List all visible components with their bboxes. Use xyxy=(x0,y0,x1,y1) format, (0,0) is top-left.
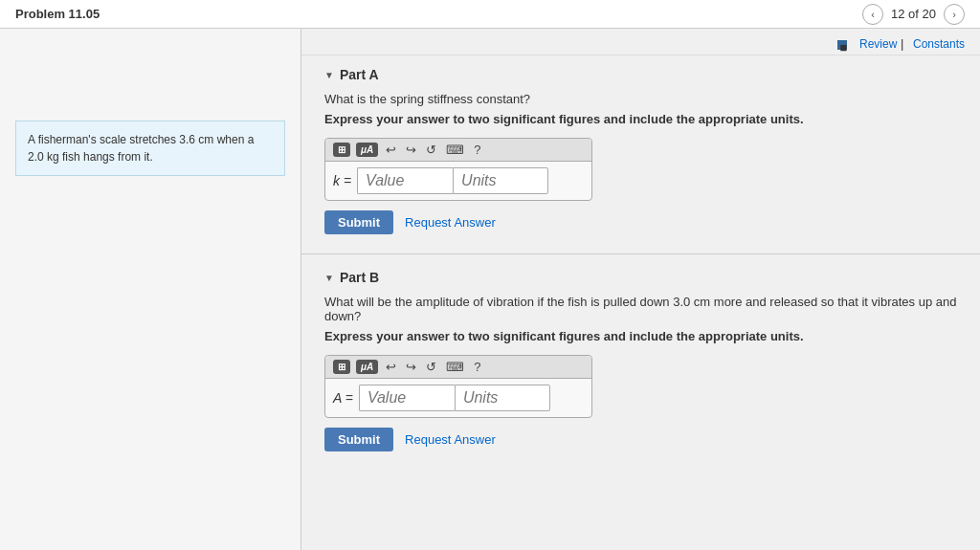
part-b-widget: ⊞ μA ↩ ↪ ↺ ⌨ ? A = xyxy=(324,355,592,418)
part-a-question: What is the spring stiffness constant? xyxy=(324,92,957,106)
nav-count: 12 of 20 xyxy=(891,7,936,21)
part-b-header: ▼ Part B xyxy=(324,270,957,285)
part-a-keyboard-btn[interactable]: ⌨ xyxy=(444,143,466,157)
part-b-toolbar-btn2[interactable]: μA xyxy=(356,360,378,374)
part-a-equation-label: k = xyxy=(333,173,351,188)
part-a-toolbar-btn2[interactable]: μA xyxy=(356,143,378,157)
part-b-equation-label: A = xyxy=(333,390,353,406)
part-b-redo-btn[interactable]: ↪ xyxy=(404,360,418,374)
part-b-collapse-arrow[interactable]: ▼ xyxy=(324,273,334,283)
part-b-help-btn[interactable]: ? xyxy=(472,360,482,374)
problem-title: Problem 11.05 xyxy=(15,7,100,21)
part-a-value-input[interactable] xyxy=(357,167,453,194)
part-a-header: ▼ Part A xyxy=(324,67,957,82)
nav-controls: ‹ 12 of 20 › xyxy=(862,4,965,25)
constants-link[interactable]: Constants xyxy=(913,37,965,51)
part-a-toolbar: ⊞ μA ↩ ↪ ↺ ⌨ ? xyxy=(325,139,591,162)
review-link[interactable]: Review xyxy=(859,37,897,51)
sidebar: A fisherman's scale stretches 3.6 cm whe… xyxy=(0,29,301,550)
part-b-instruction: Express your answer to two significant f… xyxy=(324,329,957,343)
part-a-instruction: Express your answer to two significant f… xyxy=(324,112,957,126)
part-b-request-link[interactable]: Request Answer xyxy=(405,432,496,447)
part-b-refresh-btn[interactable]: ↺ xyxy=(424,360,438,374)
part-b-toolbar: ⊞ μA ↩ ↪ ↺ ⌨ ? xyxy=(325,356,591,379)
link-separator: | xyxy=(901,36,903,51)
part-a-undo-btn[interactable]: ↩ xyxy=(384,143,398,157)
part-b-actions: Submit Request Answer xyxy=(324,428,957,451)
part-a-section: ▼ Part A What is the spring stiffness co… xyxy=(301,55,980,250)
part-b-label: Part B xyxy=(340,270,379,285)
main-layout: A fisherman's scale stretches 3.6 cm whe… xyxy=(0,29,980,550)
part-a-submit-button[interactable]: Submit xyxy=(324,210,393,234)
part-a-request-link[interactable]: Request Answer xyxy=(405,215,496,230)
part-a-actions: Submit Request Answer xyxy=(324,210,957,234)
part-a-redo-btn[interactable]: ↪ xyxy=(404,143,418,157)
part-a-units-input[interactable] xyxy=(453,167,548,194)
review-icon: ■ xyxy=(837,40,847,50)
part-b-submit-button[interactable]: Submit xyxy=(324,428,393,451)
part-a-collapse-arrow[interactable]: ▼ xyxy=(324,70,334,80)
part-a-input-row: k = xyxy=(325,162,591,200)
prev-button[interactable]: ‹ xyxy=(862,4,883,25)
part-a-refresh-btn[interactable]: ↺ xyxy=(424,143,438,157)
part-b-undo-btn[interactable]: ↩ xyxy=(384,360,398,374)
content-area: ■ Review | Constants ▼ Part A What is th… xyxy=(301,29,980,550)
problem-text: A fisherman's scale stretches 3.6 cm whe… xyxy=(15,121,285,176)
part-a-label: Part A xyxy=(340,67,379,82)
part-b-input-row: A = xyxy=(325,379,591,417)
top-links-bar: ■ Review | Constants xyxy=(301,29,980,55)
part-b-toolbar-btn1[interactable]: ⊞ xyxy=(333,360,350,374)
part-b-units-input[interactable] xyxy=(455,385,550,411)
part-b-keyboard-btn[interactable]: ⌨ xyxy=(444,360,466,374)
part-b-section: ▼ Part B What will be the amplitude of v… xyxy=(301,258,980,467)
next-button[interactable]: › xyxy=(944,4,965,25)
header: Problem 11.05 ‹ 12 of 20 › xyxy=(0,0,980,29)
part-b-value-input[interactable] xyxy=(359,385,455,411)
part-a-help-btn[interactable]: ? xyxy=(472,143,482,157)
part-a-widget: ⊞ μA ↩ ↪ ↺ ⌨ ? k = xyxy=(324,138,592,201)
part-a-toolbar-btn1[interactable]: ⊞ xyxy=(333,143,350,157)
part-b-question: What will be the amplitude of vibration … xyxy=(324,295,957,323)
section-divider xyxy=(301,253,980,254)
